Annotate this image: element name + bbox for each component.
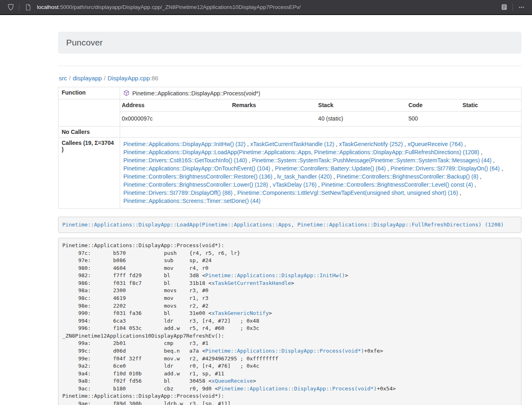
function-name: Pinetime::Applications::DisplayApp::Proc…	[132, 90, 260, 97]
callee-separator: ,	[403, 141, 408, 147]
page-icon[interactable]	[22, 2, 34, 13]
callee-link[interactable]: Pinetime::Controllers::BrightnessControl…	[123, 173, 272, 180]
callee-link[interactable]: vTaskDelay (176)	[273, 181, 317, 188]
callee-separator: ,	[479, 149, 482, 155]
shield-icon[interactable]	[5, 2, 16, 13]
callee-separator: ,	[463, 141, 466, 147]
callee-separator: ,	[386, 165, 391, 172]
stats-row: Address Remarks Stack Code Static 0x0000…	[58, 99, 521, 127]
page-container: Puncover src/displayapp/DisplayApp.cpp:8…	[58, 32, 521, 405]
function-row-label: Function	[58, 87, 120, 99]
code-symbol-link[interactable]: xQueueReceive	[211, 378, 253, 384]
biggest-callee-box: Pinetime::Applications::DisplayApp::Load…	[58, 217, 521, 233]
callee-link[interactable]: Pinetime::Drivers::Cst816S::GetTouchInfo…	[123, 157, 247, 164]
page-title: Puncover	[66, 38, 513, 47]
callee-link[interactable]: xQueueReceive (764)	[407, 141, 463, 147]
callee-separator: ,	[332, 173, 337, 180]
callee-separator: ,	[233, 190, 237, 196]
callee-separator: ,	[334, 141, 339, 147]
symbol-table: Function Pinetime::Applications::Display…	[58, 87, 521, 209]
callee-link[interactable]: Pinetime::Controllers::BrightnessControl…	[321, 181, 473, 188]
callee-link[interactable]: Pinetime::Controllers::BrightnessControl…	[336, 173, 478, 180]
callee-link[interactable]: lv_task_handler (420)	[277, 173, 332, 180]
callee-link[interactable]: xTaskGetCurrentTaskHandle (12)	[250, 141, 334, 147]
breadcrumb-displayapp[interactable]: displayapp	[73, 75, 102, 82]
assembly-code: Pinetime::Applications::DisplayApp::Proc…	[58, 238, 521, 405]
callees-list: Pinetime::Applications::DisplayApp::Init…	[120, 138, 521, 209]
stats-static	[461, 112, 521, 127]
stats-stack: 40 (static)	[317, 112, 407, 127]
function-row: Function Pinetime::Applications::Display…	[58, 87, 521, 99]
stats-value-row: 0x0000097c 40 (static) 500	[120, 112, 521, 127]
code-symbol-link[interactable]: Pinetime::Applications::DisplayApp::Init…	[205, 272, 345, 278]
toolbar-divider	[513, 4, 513, 11]
cube-package-icon	[123, 90, 129, 97]
callers-row: No Callers	[58, 127, 521, 138]
stats-address: 0x0000097c	[120, 112, 230, 127]
code-symbol-link[interactable]: xTaskGenericNotify	[211, 310, 269, 316]
callee-link[interactable]: Pinetime::Applications::Screens::Timer::…	[123, 198, 261, 204]
callee-link[interactable]: Pinetime::Applications::DisplayApp::Load…	[123, 149, 479, 155]
url-host: localhost	[37, 4, 58, 10]
callee-link[interactable]: Pinetime::Applications::DisplayApp::OnTo…	[123, 165, 270, 172]
callee-separator: ,	[272, 173, 277, 180]
callee-link[interactable]: Pinetime::Drivers::St7789::DisplayOn() (…	[390, 165, 500, 172]
stats-code: 500	[407, 112, 461, 127]
code-symbol-link[interactable]: Pinetime::Applications::DisplayApp::Proc…	[218, 386, 377, 392]
callee-separator: ,	[491, 157, 495, 164]
callee-separator: ,	[270, 165, 275, 172]
url-path: :5000/path/src/displayapp/DisplayApp.cpp…	[58, 4, 301, 10]
stats-header-static: Static	[461, 99, 521, 112]
callees-row: Callees (19, Σ=3704 ) Pinetime::Applicat…	[58, 138, 521, 209]
callee-link[interactable]: xTaskGenericNotify (252)	[339, 141, 403, 147]
callee-link[interactable]: Pinetime::Applications::DisplayApp::Init…	[123, 141, 246, 147]
no-callers-label: No Callers	[58, 127, 120, 138]
code-symbol-link[interactable]: xTaskGetCurrentTaskHandle	[211, 280, 291, 286]
stats-header-remarks: Remarks	[230, 99, 317, 112]
callee-separator: ,	[458, 190, 461, 196]
app-header: Puncover	[58, 32, 521, 54]
callee-link[interactable]: Pinetime::Components::LittleVgl::SetNewT…	[237, 190, 458, 196]
divider	[58, 66, 521, 66]
biggest-callee-link[interactable]: Pinetime::Applications::DisplayApp::Load…	[62, 222, 504, 228]
breadcrumb: src/displayapp/DisplayApp.cpp:86	[59, 75, 521, 82]
stats-header-address: Address	[120, 99, 230, 112]
stats-header-stack: Stack	[317, 99, 407, 112]
callee-separator: ,	[246, 141, 250, 147]
callee-separator: ,	[247, 157, 252, 164]
stats-table: Address Remarks Stack Code Static 0x0000…	[120, 99, 521, 126]
breadcrumb-src[interactable]: src	[59, 75, 67, 82]
callee-separator: ,	[268, 181, 273, 188]
code-symbol-link[interactable]: Pinetime::Applications::DisplayApp::Proc…	[205, 348, 364, 354]
callee-link[interactable]: Pinetime::System::SystemTask::PushMessag…	[252, 157, 492, 164]
callee-link[interactable]: Pinetime::Controllers::Battery::Update()…	[275, 165, 386, 172]
callee-separator: ,	[317, 181, 321, 188]
callee-separator: ,	[473, 181, 476, 188]
breadcrumb-file[interactable]: DisplayApp.cpp	[108, 75, 150, 82]
stats-header-code: Code	[407, 99, 461, 112]
reader-view-icon[interactable]	[498, 2, 510, 13]
callees-label: Callees (19, Σ=3704 )	[58, 138, 120, 209]
callee-link[interactable]: Pinetime::Controllers::BrightnessControl…	[123, 181, 268, 188]
toolbar-divider	[19, 4, 19, 11]
breadcrumb-separator: /	[104, 75, 106, 82]
stats-remarks	[230, 112, 317, 127]
stats-row-label	[58, 99, 120, 127]
breadcrumb-line-number: :86	[150, 75, 158, 82]
callee-separator: ,	[500, 165, 503, 172]
address-bar[interactable]: localhost:5000/path/src/displayapp/Displ…	[37, 4, 498, 10]
menu-meatball-icon[interactable]	[516, 2, 527, 13]
breadcrumb-separator: /	[69, 75, 71, 82]
callee-link[interactable]: Pinetime::Drivers::St7789::DisplayOff() …	[123, 190, 233, 196]
callee-separator: ,	[478, 173, 482, 180]
browser-toolbar: localhost:5000/path/src/displayapp/Displ…	[0, 0, 532, 15]
